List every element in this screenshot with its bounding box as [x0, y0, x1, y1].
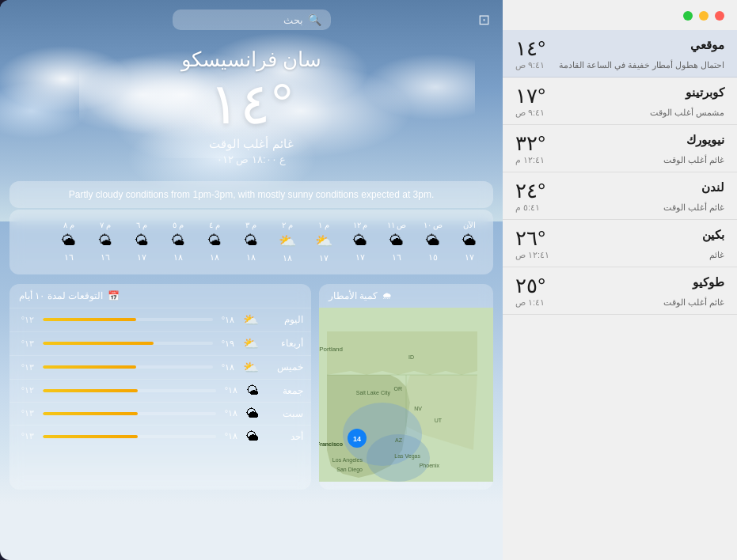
- svg-text:Los Angeles: Los Angeles: [332, 457, 363, 464]
- hourly-temp: ١٧: [465, 252, 474, 263]
- maximize-button[interactable]: [683, 11, 693, 21]
- ten-day-container: اليوم ⛅ °١٢ °١٨ أربعاء ⛅ °١٣ °١٩ خميس ⛅ …: [9, 308, 311, 448]
- city-item-temp: °٢٤: [515, 180, 545, 201]
- temp-bar-fill: [43, 365, 136, 369]
- day-icon: ⛅: [243, 336, 259, 351]
- bottom-panels: 🌧 كمية الأمطار: [9, 284, 493, 490]
- ten-day-title: التوقعات لمدة ١٠ أيام: [19, 290, 103, 301]
- hourly-item: م ١ ⛅ ١٧: [306, 218, 341, 267]
- temp-high: °١٨: [218, 362, 238, 373]
- hourly-item: ص ١٠ 🌥 ١٥: [416, 218, 450, 267]
- hourly-item: م ٤ 🌤 ١٨: [197, 218, 232, 267]
- ten-day-item: خميس ⛅ °١٣ °١٨: [9, 355, 311, 379]
- temp-bar-track: [43, 342, 213, 345]
- main-temperature: °١٤: [16, 75, 487, 132]
- hourly-time: م ٦: [136, 221, 147, 229]
- hourly-temp: ١٧: [355, 252, 365, 263]
- minimize-button[interactable]: [699, 11, 709, 21]
- hourly-time: م ٢: [282, 221, 293, 229]
- city-list-item[interactable]: طوكيو °٢٥ غائم أغلب الوقت ١:٤١ ص: [503, 267, 737, 315]
- temp-bar-track: [43, 365, 213, 369]
- day-name: جمعة: [264, 385, 303, 396]
- hourly-item: م ٣ 🌤 ١٨: [234, 218, 268, 267]
- search-input-wrap[interactable]: 🔍: [173, 9, 331, 30]
- city-list-item[interactable]: لندن °٢٤ غائم أغلب الوقت ٥:٤١ م: [503, 172, 737, 220]
- ten-day-item: جمعة 🌤 °١٢ °١٨: [9, 379, 311, 402]
- hourly-item: م ١٢ 🌥 ١٧: [343, 218, 378, 267]
- map-title: كمية الأمطار: [329, 290, 378, 301]
- temp-bar-track: [43, 389, 216, 392]
- temp-bar-track: [43, 412, 216, 415]
- city-list-item[interactable]: بكين °٢٦ غائم ١٢:٤١ ص: [503, 220, 737, 267]
- ten-day-item: سبت 🌥 °١٣ °١٨: [9, 402, 311, 425]
- day-name: أحد: [264, 431, 303, 442]
- temp-low: °١٣: [17, 339, 38, 349]
- search-icon: 🔍: [308, 13, 321, 26]
- main-time: ع ١٨:٠٠ ص ٠١٢: [16, 153, 487, 165]
- city-list[interactable]: موقعي °١٤ احتمال هطول أمطار خفيفة في الس…: [503, 27, 737, 560]
- city-item-condition: غائم أغلب الوقت: [663, 297, 724, 308]
- weather-content[interactable]: Partly cloudy conditions from 1pm-3pm, w…: [0, 181, 503, 561]
- day-icon: 🌥: [246, 407, 259, 421]
- temp-bar-track: [43, 318, 213, 321]
- city-list-item[interactable]: نيويورك °٣٢ غائم أغلب الوقت ١٢:٤١ م: [503, 125, 737, 172]
- hourly-scroll[interactable]: الآن 🌥 ١٧ ص ١٠ 🌥 ١٥ ص ١١ 🌥 ١٦ م ١٢ 🌥 ١٧ …: [16, 218, 487, 267]
- city-item-name: لندن: [701, 180, 724, 195]
- hourly-item: م ٦ 🌤 ١٧: [124, 218, 159, 267]
- hourly-icon: 🌥: [426, 233, 440, 249]
- hourly-time: م ٥: [173, 221, 184, 229]
- temp-bar-fill: [43, 318, 136, 321]
- day-icon: ⛅: [243, 312, 259, 327]
- hourly-item: ص ١١ 🌥 ١٦: [379, 218, 414, 267]
- ten-day-item: أحد 🌥 °١٣ °١٨: [9, 425, 311, 448]
- hourly-temp: ١٧: [319, 253, 329, 263]
- svg-text:AZ: AZ: [395, 437, 403, 443]
- city-name: سان فرانسيسكو: [16, 47, 487, 72]
- hourly-icon: 🌤: [244, 233, 258, 249]
- city-item-temp: °١٧: [515, 85, 545, 106]
- svg-text:NV: NV: [414, 406, 422, 411]
- svg-text:San Francisco: San Francisco: [319, 441, 343, 447]
- city-item-temp: °١٤: [515, 38, 545, 59]
- temp-low: °١٣: [17, 408, 38, 418]
- hourly-temp: ١٦: [64, 252, 74, 263]
- hourly-temp: ١٦: [101, 252, 110, 263]
- city-list-item[interactable]: موقعي °١٤ احتمال هطول أمطار خفيفة في الس…: [503, 30, 737, 78]
- hourly-time: م ١٢: [353, 221, 368, 229]
- hourly-temp: ١٨: [283, 253, 292, 263]
- hourly-temp: ١٨: [210, 252, 219, 263]
- ten-day-item: أربعاء ⛅ °١٣ °١٩: [9, 331, 311, 355]
- svg-text:Salt Lake City: Salt Lake City: [356, 390, 391, 396]
- svg-text:Las Vegas: Las Vegas: [394, 453, 420, 460]
- temp-low: °١٣: [17, 362, 38, 373]
- svg-text:ID: ID: [408, 354, 414, 360]
- city-item-top: موقعي °١٤: [515, 38, 724, 59]
- search-input[interactable]: [182, 14, 303, 26]
- city-item-condition: مشمس أغلب الوقت: [650, 108, 724, 118]
- city-item-time: ٥:٤١ م: [515, 202, 540, 213]
- ten-day-panel: 📅 التوقعات لمدة ١٠ أيام اليوم ⛅ °١٢ °١٨ …: [9, 284, 311, 490]
- hourly-icon: 🌥: [62, 233, 76, 249]
- hourly-temp: ١٨: [246, 252, 256, 263]
- hourly-item: م ٥ 🌤 ١٨: [161, 218, 196, 267]
- temp-bar-wrap: °١٢ °١٨: [17, 315, 238, 325]
- window-controls: [503, 0, 737, 27]
- temp-bar-track: [43, 435, 216, 438]
- city-list-item[interactable]: كوبرتينو °١٧ مشمس أغلب الوقت ٩:٤١ ص: [503, 78, 737, 125]
- map-svg: Portland ID OR NV UT AZ Salt Lake City S…: [319, 308, 493, 482]
- right-sidebar: موقعي °١٤ احتمال هطول أمطار خفيفة في الس…: [503, 0, 737, 560]
- svg-text:UT: UT: [435, 418, 443, 423]
- hourly-temp: ١٨: [173, 252, 183, 263]
- main-condition: غائم أغلب الوقت: [16, 135, 487, 153]
- day-icon: 🌤: [246, 384, 259, 398]
- list-view-icon[interactable]: ⊡: [478, 11, 490, 28]
- city-item-top: كوبرتينو °١٧: [515, 85, 724, 106]
- temp-low: °١٣: [17, 431, 38, 441]
- city-item-condition: غائم أغلب الوقت: [663, 202, 724, 213]
- city-item-bottom: غائم أغلب الوقت ١:٤١ ص: [515, 297, 724, 308]
- svg-text:San Diego: San Diego: [336, 467, 363, 473]
- temp-bar-wrap: °١٢ °١٨: [17, 385, 241, 395]
- city-item-time: ١٢:٤١ م: [515, 155, 545, 165]
- close-button[interactable]: [715, 11, 724, 21]
- temp-high: °١٨: [221, 408, 241, 418]
